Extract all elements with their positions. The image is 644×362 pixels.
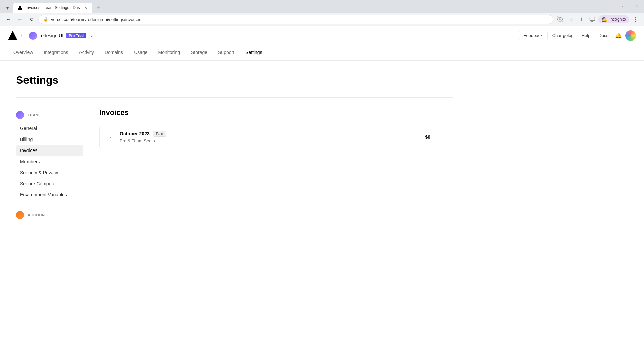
- window-controls: ─ ▭ ✕: [598, 1, 644, 12]
- active-tab[interactable]: Invoices - Team Settings - Das ✕: [13, 3, 92, 13]
- reload-button[interactable]: ↻: [27, 15, 36, 24]
- tab-switcher-button[interactable]: ▾: [3, 3, 12, 13]
- sidebar-item-billing[interactable]: Billing: [16, 134, 83, 145]
- breadcrumb-separator: /: [21, 32, 23, 39]
- nav-overview[interactable]: Overview: [8, 45, 38, 60]
- incognito-label: Incognito: [609, 17, 626, 22]
- changelog-button[interactable]: Changelog: [549, 31, 577, 40]
- eye-off-icon[interactable]: [555, 15, 565, 24]
- svg-rect-1: [590, 17, 595, 21]
- profile-switcher-icon[interactable]: [588, 15, 597, 24]
- feedback-button[interactable]: Feedback: [519, 31, 548, 40]
- team-section-label: TEAM: [28, 113, 39, 117]
- tab-bar: ▾ Invoices - Team Settings - Das ✕ +: [0, 0, 598, 13]
- nav-domains[interactable]: Domains: [99, 45, 128, 60]
- nav-activity[interactable]: Activity: [74, 45, 99, 60]
- invoice-more-button[interactable]: ⋯: [436, 132, 446, 142]
- sidebar-item-security[interactable]: Security & Privacy: [16, 167, 83, 178]
- nav-integrations[interactable]: Integrations: [38, 45, 73, 60]
- settings-sidebar: TEAM General Billing Invoices Members Se…: [16, 108, 83, 223]
- notification-bell-button[interactable]: 🔔: [613, 30, 624, 41]
- team-section-avatar: [16, 111, 24, 119]
- page-content: Settings TEAM General Billing Invoices M…: [0, 61, 470, 236]
- invoice-date: October 2023: [120, 131, 150, 136]
- download-icon[interactable]: ⬇: [577, 15, 586, 24]
- sidebar-item-invoices[interactable]: Invoices: [16, 145, 83, 156]
- nav-usage[interactable]: Usage: [128, 45, 153, 60]
- team-avatar: [29, 32, 37, 40]
- account-section-header: ACCOUNT: [16, 208, 83, 222]
- forward-button[interactable]: →: [15, 15, 25, 24]
- tab-favicon: [17, 5, 23, 10]
- account-section-label: ACCOUNT: [28, 213, 47, 217]
- settings-main: Invoices › October 2023 Paid Pro & Team …: [99, 108, 453, 223]
- invoice-description: Pro & Team Seats: [120, 138, 155, 143]
- new-tab-button[interactable]: +: [94, 3, 103, 12]
- nav-monitoring[interactable]: Monitoring: [153, 45, 185, 60]
- settings-layout: TEAM General Billing Invoices Members Se…: [16, 108, 453, 223]
- app-nav: Overview Integrations Activity Domains U…: [0, 45, 644, 61]
- sidebar-item-general[interactable]: General: [16, 123, 83, 134]
- address-bar-row: ← → ↻ 🔒 vercel.com/teams/redesign-ui/set…: [0, 13, 644, 26]
- close-button[interactable]: ✕: [629, 1, 644, 11]
- team-section-header: TEAM: [16, 108, 83, 122]
- invoice-info: October 2023 Paid Pro & Team Seats: [120, 131, 420, 143]
- bookmark-icon[interactable]: ☆: [566, 15, 576, 24]
- sidebar-item-members[interactable]: Members: [16, 156, 83, 167]
- team-selector[interactable]: redesign UI Pro Trial: [26, 30, 89, 41]
- help-button[interactable]: Help: [578, 31, 594, 40]
- nav-storage[interactable]: Storage: [185, 45, 213, 60]
- account-section-avatar: [16, 211, 24, 219]
- incognito-badge: 🕵️ Incognito: [598, 15, 629, 23]
- url-text: vercel.com/teams/redesign-ui/settings/in…: [51, 17, 548, 22]
- tab-title: Invoices - Team Settings - Das: [25, 5, 80, 10]
- header-actions: Feedback Changelog Help Docs 🔔: [519, 30, 636, 41]
- maximize-button[interactable]: ▭: [613, 1, 629, 11]
- nav-support[interactable]: Support: [213, 45, 240, 60]
- paid-badge: Paid: [153, 131, 166, 137]
- tab-close-button[interactable]: ✕: [83, 5, 88, 10]
- browser-actions: ☆ ⬇ 🕵️ Incognito ⋮: [555, 15, 640, 24]
- sidebar-item-secure-compute[interactable]: Secure Compute: [16, 178, 83, 189]
- docs-button[interactable]: Docs: [595, 31, 612, 40]
- content-divider: [16, 97, 453, 98]
- vercel-logo: [8, 31, 17, 40]
- app-header: / redesign UI Pro Trial ⌄ Feedback Chang…: [0, 26, 644, 45]
- pro-trial-badge: Pro Trial: [66, 33, 86, 38]
- app: / redesign UI Pro Trial ⌄ Feedback Chang…: [0, 26, 644, 328]
- back-button[interactable]: ←: [4, 15, 13, 24]
- sidebar-item-env-vars[interactable]: Environment Variables: [16, 189, 83, 200]
- team-chevron-button[interactable]: ⌄: [89, 32, 96, 39]
- more-options-button[interactable]: ⋮: [631, 15, 640, 24]
- lock-icon: 🔒: [43, 17, 48, 22]
- user-avatar[interactable]: [625, 30, 636, 41]
- invoice-date-row: October 2023 Paid: [120, 131, 420, 137]
- invoice-expand-button[interactable]: ›: [106, 133, 114, 141]
- invoice-amount: $0: [425, 134, 430, 140]
- page-title: Settings: [16, 74, 453, 86]
- nav-settings[interactable]: Settings: [240, 45, 268, 60]
- minimize-button[interactable]: ─: [598, 1, 613, 11]
- address-bar[interactable]: 🔒 vercel.com/teams/redesign-ui/settings/…: [38, 15, 553, 24]
- invoices-section-title: Invoices: [99, 108, 453, 117]
- incognito-icon: 🕵️: [602, 17, 607, 22]
- invoice-row[interactable]: › October 2023 Paid Pro & Team Seats $0 …: [99, 125, 453, 149]
- browser-window: ▾ Invoices - Team Settings - Das ✕ + ─ ▭…: [0, 0, 644, 26]
- team-name: redesign UI: [40, 33, 64, 38]
